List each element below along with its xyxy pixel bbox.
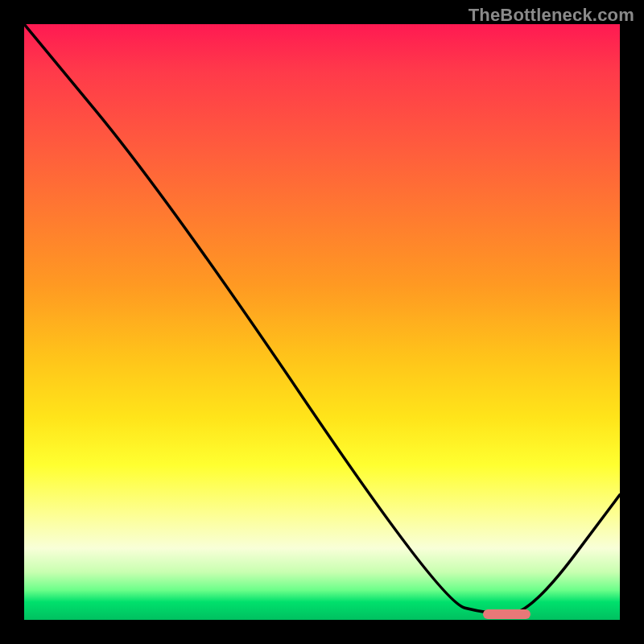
watermark-text: TheBottleneck.com: [469, 5, 634, 26]
plot-area: [24, 24, 620, 620]
optimal-zone-marker: [483, 609, 530, 619]
chart-stage: TheBottleneck.com: [0, 0, 644, 644]
bottleneck-curve: [24, 24, 620, 620]
